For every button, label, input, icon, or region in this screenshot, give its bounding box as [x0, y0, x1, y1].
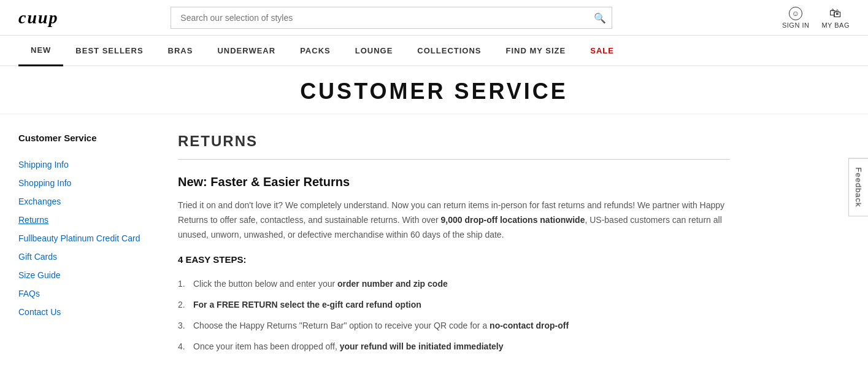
nav-item-findmysize[interactable]: FIND MY SIZE [494, 36, 578, 65]
steps-list: Click the button below and enter your or… [178, 274, 730, 357]
step-3: Choose the Happy Returns "Return Bar" op… [178, 316, 730, 337]
step-1: Click the button below and enter your or… [178, 274, 730, 295]
sidebar: Customer Service Shipping Info Shopping … [18, 133, 141, 374]
sidebar-heading: Customer Service [18, 133, 141, 143]
search-container: 🔍 [171, 7, 612, 29]
my-bag-button[interactable]: 🛍 MY BAG [821, 6, 850, 29]
main-nav: NEW BEST SELLERS BRAS UNDERWEAR PACKS LO… [0, 36, 868, 66]
feedback-tab[interactable]: Feedback [848, 158, 868, 216]
sidebar-link-credit-card[interactable]: Fullbeauty Platinum Credit Card [18, 229, 141, 247]
sidebar-link-size-guide[interactable]: Size Guide [18, 266, 141, 284]
nav-item-sale[interactable]: SALE [578, 36, 626, 65]
nav-item-underwear[interactable]: UNDERWEAR [205, 36, 288, 65]
sidebar-link-returns[interactable]: Returns [18, 211, 141, 229]
nav-item-new[interactable]: NEW [18, 36, 63, 66]
main-layout: Customer Service Shipping Info Shopping … [0, 114, 868, 374]
user-icon: ☺ [789, 7, 802, 20]
sidebar-link-exchanges[interactable]: Exchanges [18, 192, 141, 211]
content-divider [178, 159, 730, 160]
step-4: Once your item has been dropped off, you… [178, 337, 730, 357]
main-content: RETURNS New: Faster & Easier Returns Tri… [178, 133, 730, 374]
sidebar-link-shipping[interactable]: Shipping Info [18, 155, 141, 174]
steps-title: 4 EASY STEPS: [178, 254, 730, 265]
site-header: cuup 🔍 ☺ SIGN IN 🛍 MY BAG [0, 0, 868, 36]
nav-item-bestsellers[interactable]: BEST SELLERS [63, 36, 155, 65]
sidebar-link-shopping[interactable]: Shopping Info [18, 174, 141, 192]
site-logo[interactable]: cuup [18, 8, 80, 28]
sidebar-link-faqs[interactable]: FAQs [18, 284, 141, 303]
page-title-bar: CUSTOMER SERVICE [0, 66, 868, 114]
search-input[interactable] [171, 7, 612, 29]
intro-text: Tried it on and don't love it? We comple… [178, 198, 730, 242]
sidebar-link-contact[interactable]: Contact Us [18, 303, 141, 321]
returns-title: RETURNS [178, 133, 730, 150]
nav-item-collections[interactable]: COLLECTIONS [405, 36, 493, 65]
search-button[interactable]: 🔍 [594, 12, 606, 23]
section-title: New: Faster & Easier Returns [178, 175, 730, 189]
header-actions: ☺ SIGN IN 🛍 MY BAG [782, 6, 850, 29]
nav-item-bras[interactable]: BRAS [156, 36, 205, 65]
sidebar-link-gift-cards[interactable]: Gift Cards [18, 247, 141, 266]
step-2: For a FREE RETURN select the e-gift card… [178, 295, 730, 316]
bag-icon: 🛍 [829, 6, 842, 20]
nav-item-packs[interactable]: PACKS [288, 36, 343, 65]
sign-in-button[interactable]: ☺ SIGN IN [782, 7, 809, 29]
nav-item-lounge[interactable]: LOUNGE [343, 36, 405, 65]
page-title: CUSTOMER SERVICE [18, 79, 850, 104]
